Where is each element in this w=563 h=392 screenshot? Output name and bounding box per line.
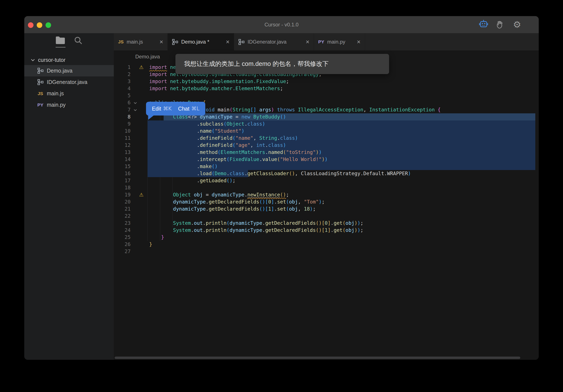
tab-main.py[interactable]: PYmain.py× <box>314 33 365 51</box>
line-number: 13 <box>114 149 130 156</box>
code-token: , <box>253 135 259 141</box>
sidebar-item-main.js[interactable]: JSmain.js <box>24 88 114 99</box>
code-token: net.bytebuddy.implementation.FixedValue <box>170 79 286 84</box>
code-token: ( <box>227 156 230 162</box>
code-line[interactable]: } <box>149 234 164 241</box>
gutter-row: 9 <box>114 120 149 127</box>
file-label: Demo.java <box>47 68 73 74</box>
robot-icon[interactable] <box>479 20 488 29</box>
tab-label: Demo.java * <box>181 39 209 45</box>
code-token: class <box>268 142 283 148</box>
code-token: } <box>161 234 164 240</box>
code-token: ByteBuddy <box>253 114 280 120</box>
gutter-row: 5 <box>114 92 149 99</box>
code-token: getDeclaredFields <box>209 199 259 205</box>
code-token <box>149 192 173 198</box>
line-number: 24 <box>114 227 130 234</box>
horizontal-scrollbar[interactable] <box>115 357 520 359</box>
code-token: { <box>438 107 441 113</box>
chat-action[interactable]: Chat ⌘L <box>178 106 199 112</box>
code-token: ( <box>343 220 345 226</box>
code-token <box>435 107 438 113</box>
code-token: dynamicType <box>230 220 262 226</box>
line-number: 11 <box>114 135 130 142</box>
wave-hand-icon[interactable] <box>495 20 505 29</box>
code-line[interactable]: .method(ElementMatchers.named("toString"… <box>149 149 322 156</box>
file-label: main.js <box>47 90 64 97</box>
code-token: out <box>194 227 203 233</box>
sidebar-folder-root[interactable]: cursor-tutor <box>24 55 114 65</box>
code-token: method <box>200 149 218 155</box>
code-line[interactable]: .defineField("name", String.class) <box>149 135 298 142</box>
code-line[interactable]: .getLoaded(); <box>149 177 236 184</box>
gear-icon[interactable]: ⚙ <box>512 20 522 29</box>
close-icon[interactable]: × <box>306 39 309 45</box>
code-token: make <box>200 164 212 169</box>
code-line[interactable]: import net.bytebuddy.matcher.ElementMatc… <box>149 85 283 92</box>
gutter-row: 18 <box>114 184 149 191</box>
fold-chevron-icon[interactable] <box>134 108 137 112</box>
app-window: Cursor - v0.1.0 <box>24 16 539 360</box>
code-line[interactable]: import net.bytebuddy.implementation.Fixe… <box>149 78 289 85</box>
sidebar-item-IDGenerator.java[interactable]: IDGenerator.java <box>24 76 114 88</box>
code-line[interactable]: System.out.println(dynamicType.getDeclar… <box>149 227 363 234</box>
editor: JSmain.js×Demo.java *×IDGenerator.java×P… <box>114 33 539 360</box>
code-line[interactable]: Object obj = dynamicType.newInstance(); <box>149 191 289 198</box>
code-line[interactable]: dynamicType.getDeclaredFields()[1].set(o… <box>149 205 316 213</box>
code-token: println <box>206 227 227 233</box>
edit-chat-popup: Edit ⌘K Chat ⌘L <box>146 102 205 115</box>
code-line[interactable]: .defineField("age", int.class) <box>149 142 286 149</box>
close-icon[interactable]: × <box>226 39 230 45</box>
code-token: . <box>191 227 194 233</box>
line-number: 8 <box>114 113 130 120</box>
folder-icon[interactable] <box>55 36 65 45</box>
tab-IDGenerator.java[interactable]: IDGenerator.java× <box>234 33 314 51</box>
code-token: value <box>262 156 277 162</box>
sidebar-item-main.py[interactable]: PYmain.py <box>24 99 114 111</box>
code-token: . <box>244 121 247 127</box>
code-line[interactable]: .subclass(Object.class) <box>149 120 265 127</box>
line-number: 27 <box>114 248 130 255</box>
code-token: class <box>280 135 295 141</box>
code-token: . <box>149 164 200 169</box>
gutter-row: 27 <box>114 248 149 255</box>
code-token: ) <box>357 220 360 226</box>
close-icon[interactable]: × <box>357 39 360 45</box>
tab-Demo.java-[interactable]: Demo.java *× <box>168 33 234 51</box>
gutter-row: 25 <box>114 234 149 241</box>
code-line[interactable]: .name("Student") <box>149 127 244 135</box>
code-line[interactable]: .load(Demo.class.getClassLoader(), Class… <box>149 170 411 177</box>
search-icon[interactable] <box>73 36 83 45</box>
code-token: . <box>149 128 200 134</box>
code-token: ] <box>271 199 274 205</box>
code-token: ) <box>241 128 244 134</box>
code-token: . <box>265 142 268 148</box>
close-icon[interactable]: × <box>160 39 163 45</box>
code-line[interactable]: System.out.println(dynamicType.getDeclar… <box>149 220 363 227</box>
code-token: . <box>149 121 200 127</box>
code-token: . <box>331 227 334 233</box>
code-token: . <box>203 220 206 226</box>
code-line[interactable]: } <box>149 241 152 248</box>
code-token <box>167 86 170 91</box>
py-icon: PY <box>37 102 43 108</box>
code-token: "Tom" <box>304 199 319 205</box>
code-token: ] <box>328 227 331 233</box>
code-token <box>167 64 170 70</box>
code-line[interactable]: .make() <box>149 163 218 170</box>
sidebar-item-Demo.java[interactable]: Demo.java <box>24 65 114 76</box>
code-token: set <box>277 199 286 205</box>
code-token: ( <box>232 142 236 148</box>
titlebar-actions: ⚙ <box>479 20 522 29</box>
edit-action[interactable]: Edit ⌘K <box>152 106 172 112</box>
chat-shortcut: ⌘L <box>191 106 199 112</box>
code-token: ] <box>271 206 274 212</box>
code-line[interactable]: dynamicType.getDeclaredFields()[0].set(o… <box>149 198 325 205</box>
code-line[interactable]: .intercept(FixedValue.value("Hello World… <box>149 156 328 163</box>
code-token: . <box>149 149 200 155</box>
fold-chevron-icon[interactable] <box>134 101 137 105</box>
code-token: obj <box>345 227 355 233</box>
code-token: ; <box>286 192 289 198</box>
line-number: 18 <box>114 184 130 191</box>
tab-main.js[interactable]: JSmain.js× <box>114 33 168 51</box>
